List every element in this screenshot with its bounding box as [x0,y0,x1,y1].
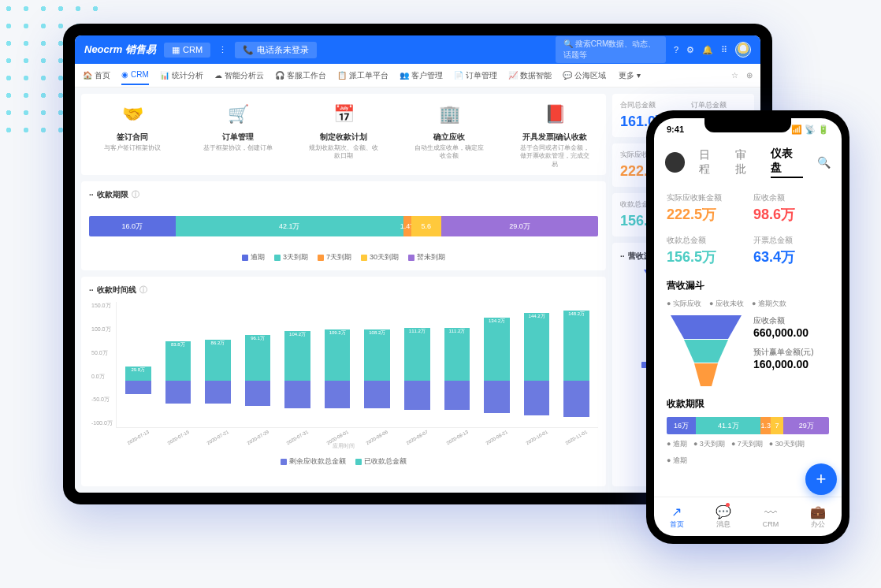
process-step: 📕 开具发票|确认收款 基于合同或者订单金额，做开票收款管理，完成交易 [519,100,590,169]
search-input[interactable]: 🔍 搜索CRM数据、动态、话题等 [556,36,666,63]
nav-service[interactable]: 🎧 客服工作台 [275,65,326,86]
app-header: Neocrm 销售易 ▦ CRM ⋮ 📞 电话条未登录 🔍 搜索CRM数据、动态… [75,35,760,64]
card-title: ··收款期限 ⓘ [89,189,598,200]
stat-label: 预计赢单金额(元) [753,347,814,358]
bn-office[interactable]: 💼办公 [810,504,826,530]
timeline-card: ··收款时间线 ⓘ 150.0万100.0万50.0万0.0万-50.0万-10… [81,277,606,486]
bottom-nav: ↗首页 💬消息 〰CRM 💼办公 [654,497,842,536]
logo: Neocrm 销售易 [84,43,156,57]
stat-label: 应收余额 [753,315,814,326]
apps-icon[interactable]: ⠿ [721,45,727,55]
nav-public[interactable]: 💬 公海区域 [563,65,606,86]
timeline-chart: 150.0万100.0万50.0万0.0万-50.0万-100.0万 29.8万… [116,302,598,428]
nav-data[interactable]: 📈 数据智能 [508,65,552,86]
phone-tab-approval[interactable]: 审批 [735,148,756,177]
phone-tab-schedule[interactable]: 日程 [699,148,720,177]
process-step: 📅 制定收款计划 规划收款期次、金额、收款日期 [308,100,379,169]
process-step: 🏢 确立应收 自动生成应收单，确定应收金额 [414,100,485,169]
x-axis-label: 应用时间 [89,442,598,450]
kpi-label: 合同总金额 [620,100,675,110]
phone-legend: ● 逾期● 3天到期● 7天到期● 30天到期● 逾期 [667,439,829,466]
main-nav: 🏠 首页 ◉ CRM 📊 统计分析 ☁ 智能分析云 🎧 客服工作台 📋 派工单平… [75,64,760,87]
bn-message[interactable]: 💬消息 [716,504,731,530]
fab-add[interactable]: + [805,463,837,495]
gear-icon[interactable]: ⚙ [686,45,694,55]
stat-value: 660,000.00 [753,326,814,339]
bell-icon[interactable]: 🔔 [702,45,713,55]
svg-marker-5 [694,363,718,386]
card-title: ··收款时间线 ⓘ [89,285,598,296]
stacked-bar-chart: 16.0万42.1万1.475.629.0万 [89,216,598,236]
nav-crm[interactable]: ◉ CRM [121,65,149,85]
phone-tabs: 日程 审批 仪表盘 🔍 [654,140,842,184]
phone-frame: 9:41 📶 📡 🔋 日程 审批 仪表盘 🔍 实际应收账金额222.5万应收余额… [646,110,849,544]
stat-value: 160,000.00 [753,358,814,370]
section-title: 收款期限 [667,397,829,411]
signal-icons: 📶 📡 🔋 [791,125,829,135]
process-card: 🤝 签订合同 与客户签订框架协议 🛒 订单管理 基于框架协议，创建订单 📅 制定… [81,94,606,175]
crm-selector[interactable]: ▦ CRM [164,43,210,58]
nav-ai[interactable]: ☁ 智能分析云 [214,65,264,86]
payment-period-card: ··收款期限 ⓘ 16.0万42.1万1.475.629.0万 逾期3天到期7天… [81,181,606,270]
chart-legend: 逾期3天到期7天到期30天到期暂未到期 [89,252,598,262]
nav-customer[interactable]: 👥 客户管理 [400,65,443,86]
section-title: 营收漏斗 [667,279,829,292]
svg-marker-3 [671,315,742,339]
nav-dispatch[interactable]: 📋 派工单平台 [337,65,388,86]
menu-dots-icon[interactable]: ⋮ [218,45,227,55]
chart-legend: 剩余应收款总金额 已收款总金额 [89,456,598,467]
phone-stacked-bar: 16万41.1万1.3729万 [667,417,829,434]
phone-login[interactable]: 📞 电话条未登录 [235,42,317,58]
nav-stats[interactable]: 📊 统计分析 [160,65,203,86]
phone-funnel-chart [667,315,745,386]
phone-tab-dashboard[interactable]: 仪表盘 [771,147,803,178]
nav-more[interactable]: 更多 ▾ [619,65,641,86]
star-icon[interactable]: ☆ [731,71,738,80]
expand-icon[interactable]: ⊕ [746,71,753,80]
avatar[interactable] [735,42,751,58]
process-step: 🤝 签订合同 与客户签订框架协议 [97,100,168,169]
nav-order[interactable]: 📄 订单管理 [454,65,497,86]
svg-marker-4 [684,340,728,363]
kpi-grid: 实际应收账金额222.5万应收余额98.6万收款总金额156.5万开票总金额63… [667,192,829,266]
bn-home[interactable]: ↗首页 [670,504,684,530]
search-icon[interactable]: 🔍 [817,156,831,169]
avatar[interactable] [665,152,685,173]
nav-home[interactable]: 🏠 首页 [83,65,110,86]
process-step: 🛒 订单管理 基于框架协议，创建订单 [203,100,273,169]
kpi-label: 订单总金额 [691,100,746,110]
bn-crm[interactable]: 〰CRM [763,506,779,528]
help-icon[interactable]: ? [674,45,678,54]
